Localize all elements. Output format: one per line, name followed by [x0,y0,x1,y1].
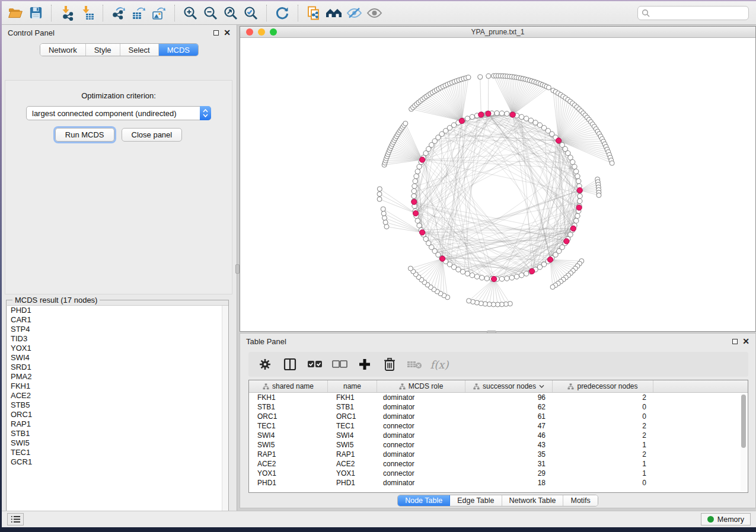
cell-successor-nodes[interactable]: 96 [465,393,553,402]
cell-name[interactable]: ORC1 [328,412,377,421]
network-canvas[interactable] [240,38,755,331]
cell-shared-name[interactable]: ACE2 [249,460,328,468]
import-network-button[interactable] [57,4,77,23]
cell-predecessor-nodes[interactable]: 0 [553,403,653,411]
cell-MCDS-role[interactable]: dominator [377,412,465,421]
open-session-button[interactable] [5,4,25,23]
column-header-predecessor-nodes[interactable]: predecessor nodes [553,380,653,392]
cell-predecessor-nodes[interactable]: 0 [553,412,653,421]
float-panel-icon[interactable] [213,30,219,36]
mcds-result-item[interactable]: CAR1 [7,315,228,325]
cell-shared-name[interactable]: TEC1 [249,422,328,430]
mcds-result-item[interactable]: PMA2 [7,372,228,382]
cell-predecessor-nodes[interactable]: 2 [553,450,653,459]
table-row[interactable]: ACE2ACE2connector311 [249,459,748,469]
mcds-result-item[interactable]: GCR1 [7,457,228,467]
cell-MCDS-role[interactable]: dominator [377,403,465,411]
cell-successor-nodes[interactable]: 35 [465,450,553,459]
cell-shared-name[interactable]: STB1 [249,403,328,411]
mcds-result-item[interactable]: SRD1 [7,363,228,372]
tab-network[interactable]: Network [40,44,86,56]
select-all-button[interactable] [307,356,323,373]
cell-predecessor-nodes[interactable]: 2 [553,393,653,402]
column-header-successor-nodes[interactable]: successor nodes [465,380,553,392]
table-row[interactable]: STB1STB1dominator620 [249,402,748,412]
delete-column-button[interactable] [381,356,398,373]
vertical-splitter-handle[interactable] [235,264,240,274]
mcds-result-item[interactable]: STB1 [7,429,228,438]
cell-name[interactable]: ACE2 [328,460,377,468]
close-panel-icon[interactable]: ✕ [224,28,231,37]
cell-name[interactable]: YOX1 [328,469,377,477]
cell-name[interactable]: SWI4 [328,431,377,440]
cell-shared-name[interactable]: PHD1 [249,479,328,487]
deselect-all-button[interactable] [331,356,348,373]
tab-select[interactable]: Select [120,44,159,56]
table-row[interactable]: FKH1FKH1dominator962 [249,393,748,402]
mcds-list-scrollbar[interactable] [222,306,228,521]
table-scrollbar-thumb[interactable] [741,395,746,448]
cell-successor-nodes[interactable]: 18 [465,479,553,487]
cell-predecessor-nodes[interactable]: 2 [553,422,653,430]
criterion-select[interactable]: largest connected component (undirected) [26,106,211,120]
cell-name[interactable]: STB1 [328,403,377,411]
table-row[interactable]: RAP1RAP1dominator352 [249,450,748,459]
table-row[interactable]: TEC1TEC1connector472 [249,421,748,431]
network-graph[interactable] [240,38,755,331]
cell-shared-name[interactable]: YOX1 [249,469,328,477]
export-network-button[interactable] [109,4,129,23]
cell-predecessor-nodes[interactable]: 1 [553,441,653,449]
cell-name[interactable]: RAP1 [328,450,377,459]
table-row[interactable]: YOX1YOX1connector291 [249,469,748,478]
search-box[interactable] [637,6,749,20]
column-header-name[interactable]: name [328,380,377,392]
cell-successor-nodes[interactable]: 62 [465,403,553,411]
table-row[interactable]: ORC1ORC1dominator610 [249,412,748,421]
save-session-button[interactable] [25,4,46,23]
close-panel-icon[interactable]: ✕ [742,337,749,345]
zoom-out-button[interactable] [200,4,221,23]
tab-network-table[interactable]: Network Table [502,495,564,506]
import-table-button[interactable] [77,4,97,23]
zoom-in-button[interactable] [180,4,200,23]
show-panels-button[interactable] [7,513,24,525]
cell-predecessor-nodes[interactable]: 0 [553,479,653,487]
cell-successor-nodes[interactable]: 47 [465,422,553,430]
cell-predecessor-nodes[interactable]: 2 [553,431,653,440]
duplicate-network-button[interactable] [304,4,324,23]
cell-MCDS-role[interactable]: connector [377,460,465,468]
network-window-titlebar[interactable]: YPA_prune.txt_1 [240,27,755,38]
show-all-button[interactable] [364,4,384,23]
cell-successor-nodes[interactable]: 31 [465,460,553,468]
table-row[interactable]: SWI4SWI4dominator462 [249,431,748,440]
zoom-selected-button[interactable] [241,4,261,23]
cell-name[interactable]: SWI5 [328,441,377,449]
cell-name[interactable]: TEC1 [328,422,377,430]
first-neighbors-button[interactable] [324,4,344,23]
column-header-MCDS-role[interactable]: MCDS role [377,380,465,392]
mcds-result-item[interactable]: ACE2 [7,391,228,400]
cell-MCDS-role[interactable]: dominator [377,479,465,487]
cell-successor-nodes[interactable]: 43 [465,441,553,449]
cell-successor-nodes[interactable]: 61 [465,412,553,421]
cell-shared-name[interactable]: RAP1 [249,450,328,459]
cell-name[interactable]: FKH1 [328,393,377,402]
table-settings-button[interactable] [257,356,273,373]
mcds-result-item[interactable]: ORC1 [7,410,228,419]
tab-mcds[interactable]: MCDS [159,44,198,56]
mcds-result-item[interactable]: YOX1 [7,344,228,353]
mcds-result-item[interactable]: TID3 [7,334,228,344]
zoom-fit-button[interactable] [221,4,241,23]
mcds-result-item[interactable]: SWI5 [7,438,228,448]
mcds-result-item[interactable]: STB5 [7,400,228,410]
cell-MCDS-role[interactable]: dominator [377,450,465,459]
mcds-result-item[interactable]: PHD1 [7,306,228,315]
apply-layout-button[interactable] [272,4,292,23]
column-header-shared-name[interactable]: shared name [249,380,328,392]
cell-MCDS-role[interactable]: connector [377,441,465,449]
cell-MCDS-role[interactable]: dominator [377,431,465,440]
mcds-result-item[interactable]: STP4 [7,325,228,334]
tab-node-table[interactable]: Node Table [398,495,450,506]
cell-successor-nodes[interactable]: 29 [465,469,553,477]
mcds-result-item[interactable]: FKH1 [7,382,228,391]
